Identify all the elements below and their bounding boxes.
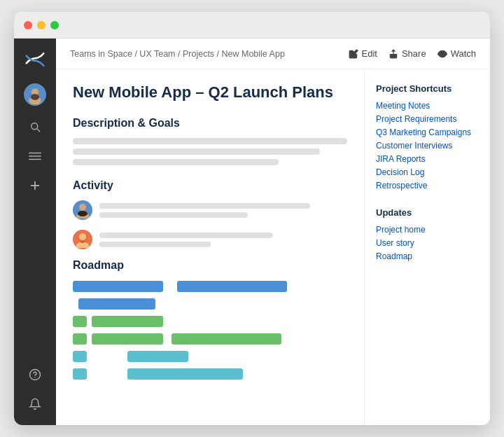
right-sidebar: Project Shortcuts Meeting Notes Project … [364, 69, 490, 425]
maximize-button[interactable] [50, 21, 59, 29]
roadmap-row [73, 368, 347, 380]
roadmap-row [73, 350, 347, 363]
text-line [73, 159, 279, 165]
svg-point-8 [441, 53, 444, 55]
breadcrumb: Teams in Space / UX Team / Projects / Ne… [70, 49, 349, 59]
share-label: Share [402, 48, 426, 59]
activity-section: Activity [73, 179, 347, 249]
activity-avatar [73, 230, 92, 249]
edit-button[interactable]: Edit [349, 48, 377, 59]
watch-label: Watch [451, 48, 476, 59]
user-avatar[interactable] [24, 83, 46, 106]
update-link[interactable]: Roadmap [376, 251, 479, 261]
roadmap-bar [177, 281, 287, 292]
activity-heading: Activity [73, 179, 347, 192]
svg-point-10 [78, 211, 88, 216]
shortcut-link[interactable]: Meeting Notes [376, 101, 479, 111]
roadmap-bar [127, 368, 243, 380]
edit-label: Edit [362, 48, 377, 59]
menu-icon[interactable] [24, 145, 46, 167]
activity-item [73, 200, 347, 220]
roadmap-bar [78, 298, 155, 310]
nav-actions: Edit Share Watch [349, 48, 476, 59]
description-section: Description & Goals [73, 117, 347, 165]
activity-lines [99, 200, 347, 218]
activity-lines [99, 230, 347, 247]
roadmap-chart [73, 280, 347, 380]
shortcuts-heading: Project Shortcuts [376, 83, 479, 94]
app-window: Teams in Space / UX Team / Projects / Ne… [14, 12, 490, 425]
content-area: New Mobile App – Q2 Launch Plans Descrip… [56, 69, 490, 425]
text-line [73, 148, 320, 155]
share-button[interactable]: Share [388, 48, 426, 59]
svg-rect-5 [29, 159, 41, 160]
activity-line [99, 203, 310, 209]
confluence-logo[interactable] [24, 48, 46, 71]
traffic-lights [24, 21, 59, 29]
roadmap-bar [73, 368, 87, 380]
updates-heading: Updates [376, 207, 479, 218]
title-bar [14, 12, 490, 39]
close-button[interactable] [24, 21, 32, 29]
watch-button[interactable]: Watch [438, 48, 476, 59]
page-title: New Mobile App – Q2 Launch Plans [73, 83, 347, 102]
shortcut-link[interactable]: Project Requirements [376, 114, 479, 124]
roadmap-bar [73, 351, 87, 362]
sidebar [14, 39, 56, 425]
activity-line [99, 212, 248, 218]
roadmap-bar [92, 316, 163, 327]
shortcut-link[interactable]: Decision Log [376, 167, 479, 177]
shortcut-link[interactable]: Q3 Marketing Campaigns [376, 127, 479, 137]
roadmap-row [73, 315, 347, 328]
roadmap-heading: Roadmap [73, 259, 347, 272]
description-lines [73, 138, 347, 165]
svg-point-11 [79, 233, 86, 240]
roadmap-bar [73, 281, 163, 292]
roadmap-row [73, 298, 347, 310]
updates-section: Updates Project home User story Roadmap [376, 207, 479, 261]
roadmap-bar [127, 351, 188, 362]
shortcut-link[interactable]: Customer Interviews [376, 141, 479, 151]
svg-rect-3 [29, 153, 41, 154]
description-heading: Description & Goals [73, 117, 347, 130]
text-line [73, 138, 347, 144]
roadmap-row [73, 280, 347, 293]
svg-point-9 [79, 204, 86, 211]
update-link[interactable]: Project home [376, 225, 479, 235]
shortcut-link[interactable]: JIRA Reports [376, 154, 479, 164]
roadmap-bar [172, 333, 281, 345]
app-body: Teams in Space / UX Team / Projects / Ne… [14, 39, 490, 425]
activity-line [99, 242, 211, 247]
help-icon[interactable] [24, 363, 46, 386]
roadmap-bar [73, 333, 87, 345]
svg-rect-4 [29, 155, 41, 157]
activity-avatar [73, 200, 92, 220]
notifications-icon[interactable] [24, 393, 46, 415]
page-content: New Mobile App – Q2 Launch Plans Descrip… [56, 69, 364, 425]
roadmap-section: Roadmap [73, 259, 347, 380]
svg-point-2 [31, 94, 39, 100]
top-nav: Teams in Space / UX Team / Projects / Ne… [56, 39, 490, 69]
activity-item [73, 230, 347, 249]
shortcut-link[interactable]: Retrospective [376, 181, 479, 190]
add-icon[interactable] [24, 174, 46, 197]
main-content: Teams in Space / UX Team / Projects / Ne… [56, 39, 490, 425]
roadmap-bar [92, 333, 163, 345]
activity-line [99, 233, 273, 238]
minimize-button[interactable] [37, 21, 46, 29]
roadmap-bar [73, 316, 87, 327]
update-link[interactable]: User story [376, 238, 479, 248]
roadmap-row [73, 333, 347, 345]
search-icon[interactable] [24, 116, 46, 138]
